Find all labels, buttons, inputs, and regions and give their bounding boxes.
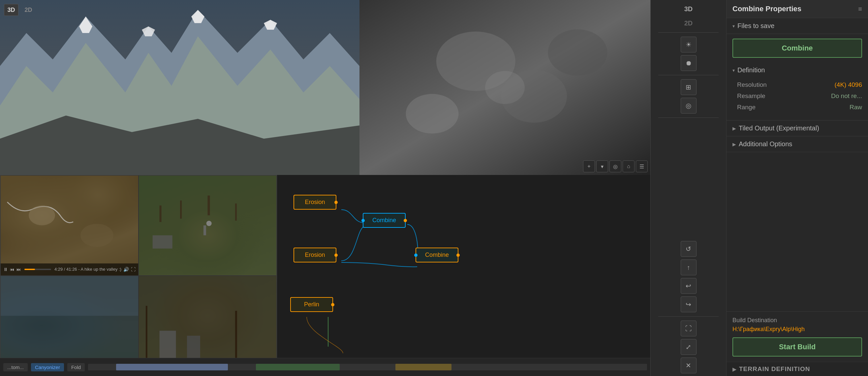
heightmap-toolbar: + ▾ ◎ ⌂ ☰: [583, 161, 648, 172]
node-dot-combine2-left[interactable]: [414, 254, 417, 257]
time-display-1: 4:29 / 41:26 - A hike up the valley :): [54, 267, 121, 272]
tab-2d[interactable]: 2D: [21, 4, 36, 16]
panel-header: Combine Properties ≡: [726, 0, 868, 18]
build-destination-value: H:\Графика\Expry\Alp\High: [733, 326, 862, 333]
resample-value[interactable]: Do not re...: [831, 92, 862, 100]
video-cell-2[interactable]: [138, 175, 277, 276]
sidebar-2d-label: 2D: [684, 18, 693, 28]
node-dot-combine1-right[interactable]: [404, 219, 407, 222]
add-btn[interactable]: +: [583, 161, 595, 172]
sidebar-btn-undo-circle[interactable]: ↺: [681, 241, 696, 257]
additional-options-header[interactable]: ▶ Additional Options: [726, 136, 868, 152]
svg-rect-21: [235, 203, 237, 221]
locate-btn[interactable]: ◎: [610, 161, 621, 172]
dropdown-btn[interactable]: ▾: [596, 161, 608, 172]
svg-rect-22: [204, 226, 206, 235]
resample-label: Resample: [737, 92, 766, 100]
node-perlin[interactable]: Perlin: [290, 297, 333, 312]
terrain-def-arrow-icon: ▶: [733, 366, 736, 372]
timeline-1[interactable]: [24, 269, 51, 270]
node-erosion-2[interactable]: Erosion: [293, 248, 336, 262]
svg-point-12: [548, 29, 608, 76]
fwd-btn-1[interactable]: ⏭: [17, 267, 21, 272]
play-btn-1[interactable]: ⏸: [3, 267, 8, 272]
view-tabs: 3D 2D: [3, 3, 36, 17]
files-to-save-header[interactable]: ▾ Files to save: [726, 18, 868, 34]
volume-btn-1[interactable]: 🔊: [123, 267, 129, 272]
right-sidebar: 3D 2D ☀ ⏺ ⊞ ◎ ↺ ↑ ↩ ↪ ⛶ ⤢ ✕: [650, 0, 726, 376]
sidebar-btn-target[interactable]: ◎: [681, 98, 696, 114]
timeline-bar: ...tom... Canyonizer Fold: [0, 358, 650, 376]
svg-rect-20: [208, 196, 210, 215]
fullscreen-btn-1[interactable]: ⛶: [131, 267, 135, 272]
node-dot-combine1-left[interactable]: [362, 219, 365, 222]
combine-button[interactable]: Combine: [733, 39, 862, 58]
svg-rect-19: [180, 200, 182, 219]
viewport-heightmap[interactable]: + ▾ ◎ ⌂ ☰: [360, 0, 650, 175]
sidebar-btn-circle[interactable]: ⏺: [681, 55, 696, 71]
sidebar-btn-sun[interactable]: ☀: [681, 37, 696, 53]
menu-btn[interactable]: ☰: [636, 161, 648, 172]
svg-rect-18: [160, 205, 162, 222]
terrain-definition-label: TERRAIN DEFINITION: [739, 366, 810, 373]
sidebar-btn-crop[interactable]: ⛶: [681, 321, 696, 337]
timeline-seg-2: [256, 364, 340, 370]
sidebar-btn-share[interactable]: ↑: [681, 259, 696, 275]
3d-scene: [0, 0, 360, 175]
svg-rect-14: [1, 176, 138, 275]
panel-menu-icon[interactable]: ≡: [858, 5, 862, 13]
sidebar-3d-label: 3D: [684, 3, 693, 16]
viewport-3d[interactable]: 3D 2D: [0, 0, 360, 175]
sidebar-btn-expand[interactable]: ⤢: [681, 339, 696, 355]
node-dot-erosion1-right[interactable]: [334, 201, 338, 204]
node-dot-erosion2-right[interactable]: [334, 254, 338, 257]
timeline-item-0[interactable]: ...tom...: [3, 363, 28, 371]
timeline-item-1[interactable]: Canyonizer: [31, 363, 64, 371]
definition-label: Definition: [737, 66, 765, 74]
range-row: Range Raw: [737, 104, 862, 111]
resolution-value[interactable]: (4K) 4096: [835, 81, 862, 88]
additional-options-label: Additional Options: [739, 140, 792, 148]
terrain-definition-bar[interactable]: ▶ TERRAIN DEFINITION: [726, 362, 868, 376]
sidebar-btn-redo[interactable]: ↪: [681, 296, 696, 312]
definition-header[interactable]: ▾ Definition: [726, 62, 868, 78]
timeline-seg-3: [395, 364, 451, 370]
main-area: 3D 2D: [0, 0, 650, 376]
properties-panel: Combine Properties ≡ ▾ Files to save Com…: [726, 0, 868, 376]
resample-row: Resample Do not re...: [737, 92, 862, 100]
node-dot-perlin-right[interactable]: [331, 303, 334, 306]
tiled-arrow-icon: ▶: [733, 126, 736, 131]
range-value[interactable]: Raw: [849, 104, 862, 111]
build-destination-label: Build Destination: [733, 317, 862, 324]
home-btn[interactable]: ⌂: [623, 161, 634, 172]
sidebar-btn-grid[interactable]: ⊞: [681, 79, 696, 95]
node-combine-1[interactable]: Combine: [363, 213, 406, 228]
definition-arrow-icon: ▾: [733, 68, 735, 73]
prev-btn-1[interactable]: ⏮: [10, 267, 14, 272]
svg-point-13: [485, 71, 525, 104]
svg-point-11: [406, 94, 459, 134]
node-dot-combine2-right[interactable]: [457, 254, 460, 257]
section-definition: ▾ Definition Resolution (4K) 4096 Resamp…: [726, 62, 868, 120]
tab-3d[interactable]: 3D: [4, 4, 19, 16]
video-scene-1: [1, 176, 138, 275]
files-arrow-icon: ▾: [733, 24, 735, 29]
sidebar-btn-close[interactable]: ✕: [681, 357, 696, 373]
sidebar-divider-4: [658, 316, 719, 317]
timeline-item-2[interactable]: Fold: [67, 363, 85, 371]
svg-point-15: [29, 206, 55, 226]
sidebar-divider-2: [658, 75, 719, 75]
tiled-output-header[interactable]: ▶ Tiled Output (Experimental): [726, 120, 868, 136]
panel-title: Combine Properties: [733, 5, 801, 13]
sidebar-divider-3: [658, 117, 719, 118]
start-build-button[interactable]: Start Build: [733, 337, 862, 356]
node-combine-main[interactable]: Combine: [415, 248, 458, 262]
node-erosion-1[interactable]: Erosion: [293, 195, 336, 210]
node-graph[interactable]: Erosion Erosion Combine Combine: [277, 175, 650, 376]
svg-point-23: [207, 221, 212, 226]
timeline-track[interactable]: [88, 364, 647, 370]
sidebar-btn-undo[interactable]: ↩: [681, 278, 696, 294]
timeline-seg-1: [116, 364, 228, 370]
panel-spacer: [726, 152, 868, 311]
video-cell-1[interactable]: ⏸ ⏮ ⏭ 4:29 / 41:26 - A hike up the valle…: [0, 175, 138, 276]
